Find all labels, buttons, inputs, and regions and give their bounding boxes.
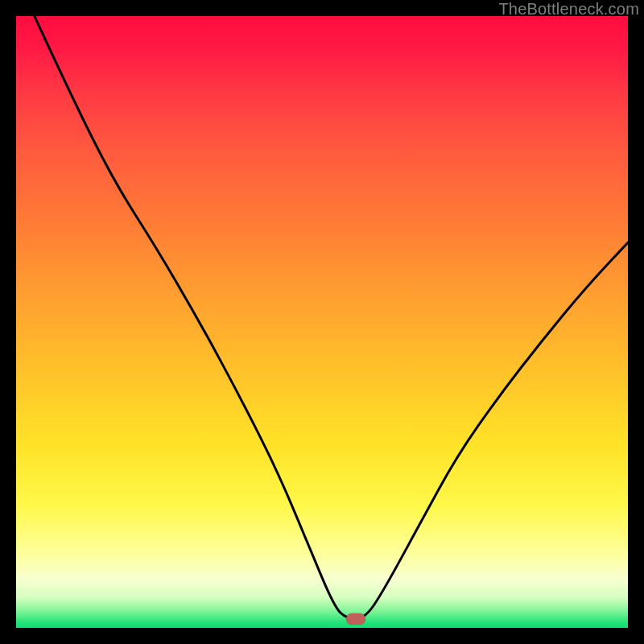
optimal-point-marker <box>346 613 365 625</box>
attribution-label: TheBottleneck.com <box>498 0 639 19</box>
bottleneck-curve <box>16 16 628 628</box>
gradient-plot-area <box>16 16 628 628</box>
chart-frame: TheBottleneck.com <box>0 0 644 644</box>
